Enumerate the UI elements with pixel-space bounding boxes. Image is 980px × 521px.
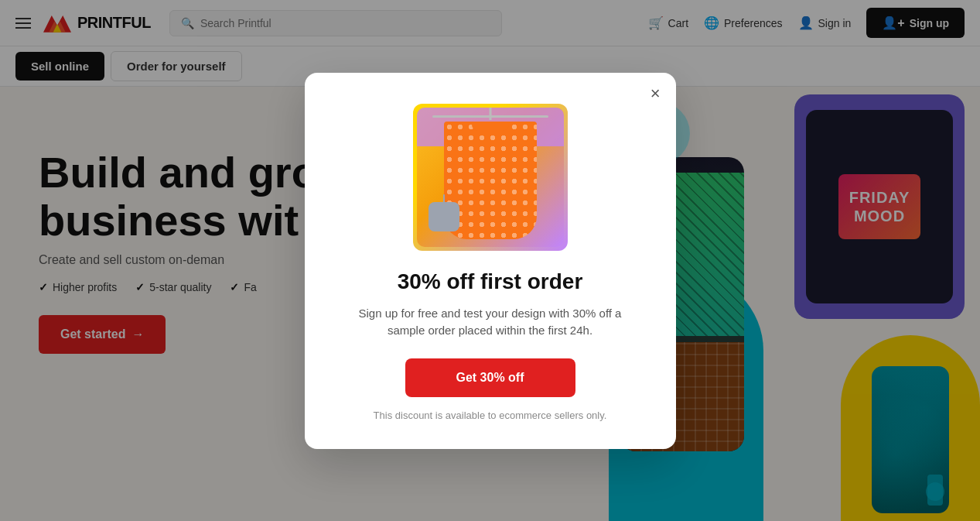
- modal-product-image: [413, 104, 568, 251]
- modal-overlay[interactable]: × 30% off first order Sign up for free: [0, 0, 980, 521]
- modal-description: Sign up for free and test your design wi…: [342, 305, 639, 340]
- modal-close-button[interactable]: ×: [650, 85, 661, 102]
- modal-title: 30% off first order: [342, 269, 639, 294]
- get-discount-button[interactable]: Get 30% off: [405, 358, 575, 397]
- discount-modal: × 30% off first order Sign up for free: [305, 73, 676, 449]
- modal-fine-print: This discount is available to ecommerce …: [342, 410, 639, 421]
